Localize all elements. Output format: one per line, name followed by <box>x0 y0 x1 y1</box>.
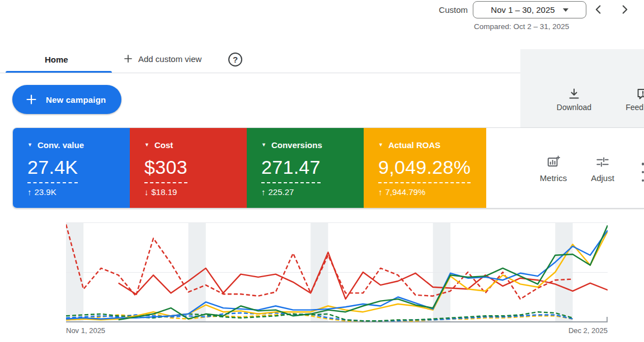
adjust-sliders-icon <box>595 155 610 169</box>
plus-icon <box>25 93 38 106</box>
scorecard-conversions[interactable]: ▼Conversions 271.47 ↑225.27 <box>247 128 364 208</box>
download-label: Download <box>557 103 591 112</box>
performance-trend-chart[interactable] <box>66 222 608 324</box>
scorecard-label: Conversions <box>271 140 322 150</box>
dot <box>642 179 644 182</box>
add-custom-view-label: Add custom view <box>138 54 201 64</box>
scorecard-value: 9,049.28% <box>378 156 471 183</box>
scorecards-panel: ▼Conv. value 27.4K ↑23.9K ▼Cost $303 ↓$1… <box>12 127 644 208</box>
date-range-dropdown[interactable]: Nov 1 – 30, 2025 <box>473 1 586 18</box>
caret-down-icon: ▼ <box>27 142 32 148</box>
scorecard-value: 271.47 <box>261 156 321 183</box>
scorecard-conv-value[interactable]: ▼Conv. value 27.4K ↑23.9K <box>13 128 130 208</box>
arrow-down-icon: ↓ <box>144 187 149 197</box>
dot <box>642 171 644 174</box>
scorecard-label: Cost <box>154 140 173 150</box>
scorecard-value: $303 <box>144 156 187 183</box>
caret-down-icon: ▼ <box>261 142 266 148</box>
feedback-label: Feedback <box>626 103 644 112</box>
trend-chart-svg <box>66 222 608 324</box>
scorecard-delta: 23.9K <box>35 187 57 197</box>
arrow-up-icon: ↑ <box>27 187 32 197</box>
arrow-up-icon: ↑ <box>378 187 383 197</box>
x-axis-end-label: Dec 2, 2025 <box>554 326 608 335</box>
tab-home[interactable]: Home <box>45 55 68 64</box>
adjust-label: Adjust <box>591 173 614 183</box>
new-campaign-label: New campaign <box>46 95 106 104</box>
date-range-type-label: Custom <box>431 5 468 15</box>
adjust-button[interactable]: Adjust <box>585 155 621 183</box>
metrics-button[interactable]: Metrics <box>535 155 571 183</box>
more-options-button[interactable] <box>637 163 644 182</box>
scorecard-actual-roas[interactable]: ▼Actual ROAS 9,049.28% ↑7,944.79% <box>364 128 486 208</box>
caret-down-icon: ▼ <box>378 142 383 148</box>
next-date-range-button[interactable] <box>617 2 632 17</box>
dot <box>642 163 644 165</box>
new-campaign-button[interactable]: New campaign <box>12 85 121 114</box>
chevron-down-icon <box>563 8 568 12</box>
scorecard-cost[interactable]: ▼Cost $303 ↓$18.19 <box>130 128 247 208</box>
scorecard-delta: 225.27 <box>269 187 294 197</box>
compared-date-range-label: Compared: Oct 2 – 31, 2025 <box>474 22 569 31</box>
feedback-icon <box>636 87 644 101</box>
chevron-right-icon <box>618 3 631 16</box>
caret-down-icon: ▼ <box>144 142 149 148</box>
question-mark-icon: ? <box>233 55 238 64</box>
add-custom-view-button[interactable]: Add custom view <box>123 53 201 64</box>
scorecard-delta: $18.19 <box>152 187 177 197</box>
previous-date-range-button[interactable] <box>591 2 607 17</box>
scorecard-delta: 7,944.79% <box>386 187 426 197</box>
plus-icon <box>123 53 134 64</box>
chevron-left-icon <box>593 3 605 16</box>
arrow-up-icon: ↑ <box>261 187 266 197</box>
metrics-label: Metrics <box>540 173 567 183</box>
help-button[interactable]: ? <box>228 53 242 66</box>
download-button[interactable]: Download <box>556 87 592 112</box>
download-icon <box>567 87 581 101</box>
feedback-button[interactable]: Feedback <box>618 87 644 112</box>
scorecard-label: Conv. value <box>37 140 84 150</box>
date-range-value: Nov 1 – 30, 2025 <box>491 5 554 15</box>
metrics-chart-icon <box>546 155 561 169</box>
tab-row-divider <box>0 73 520 73</box>
scorecard-label: Actual ROAS <box>388 140 440 150</box>
scorecard-value: 27.4K <box>27 156 78 183</box>
x-axis-start-label: Nov 1, 2025 <box>66 326 105 335</box>
